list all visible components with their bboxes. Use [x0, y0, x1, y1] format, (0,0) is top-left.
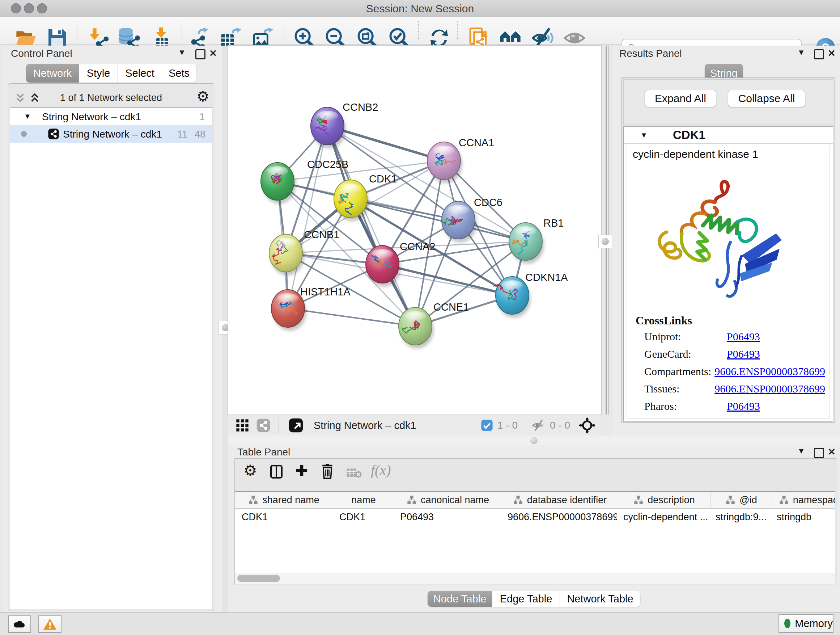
- column-header-name[interactable]: name: [333, 492, 394, 508]
- network-node-ccne1[interactable]: CCNE1: [399, 301, 469, 348]
- delete-table-icon: [346, 467, 362, 478]
- crosslink-row: Uniprot:P06493: [644, 331, 825, 343]
- network-node-cdc6[interactable]: CDC6: [442, 196, 502, 242]
- network-edge[interactable]: [288, 309, 415, 326]
- crosslinks-title: CrossLinks: [636, 314, 692, 327]
- column-label: namespac: [793, 494, 835, 506]
- tab-sets[interactable]: Sets: [162, 64, 196, 82]
- crosslink-link[interactable]: P06493: [727, 331, 760, 343]
- scrollbar-thumb[interactable]: [237, 575, 280, 582]
- right-splitter[interactable]: [606, 46, 607, 415]
- node-label-ccna1: CCNA1: [459, 137, 494, 149]
- network-graph[interactable]: CCNB2CCNA1CDC25BCDK1CDC6RB1CCNB1CCNA2CDK…: [228, 46, 601, 415]
- network-row[interactable]: String Network – cdk1 11 48: [10, 125, 212, 143]
- warning-status-button[interactable]: [38, 616, 62, 633]
- network-node-ccna2[interactable]: CCNA2: [366, 241, 435, 287]
- network-node-ccna1[interactable]: CCNA1: [427, 137, 494, 183]
- node-label-ccne1: CCNE1: [433, 301, 469, 313]
- tab-style[interactable]: Style: [79, 64, 118, 82]
- column-header-description[interactable]: description: [618, 492, 711, 508]
- tab-node-table[interactable]: Node Table: [428, 591, 493, 607]
- cloud-icon: [13, 619, 26, 629]
- cell-description[interactable]: cyclin-dependent ...: [617, 509, 709, 525]
- gene-header-row[interactable]: ▼ CDK1: [624, 127, 833, 144]
- cell-database-identifier[interactable]: 9606.ENSP00000378699: [501, 509, 617, 525]
- crosslink-row: Tissues:9606.ENSP00000378699: [644, 383, 825, 395]
- network-node-rb1[interactable]: RB1: [509, 217, 564, 264]
- float-panel-icon[interactable]: [195, 49, 205, 59]
- collapse-all-button[interactable]: Collapse All: [728, 90, 805, 107]
- crosslink-link[interactable]: 9606.ENSP00000378699: [714, 383, 825, 395]
- selected-checkbox-icon[interactable]: [481, 419, 493, 432]
- network-collection-row[interactable]: ▼ String Network – cdk1 1: [10, 108, 212, 125]
- column-header-canonical-name[interactable]: canonical name: [394, 492, 502, 508]
- table-row[interactable]: CDK1CDK1P064939606.ENSP00000378699cyclin…: [235, 509, 835, 525]
- close-table-icon[interactable]: ✕: [828, 447, 836, 458]
- network-edge-count: 48: [195, 129, 205, 140]
- memory-button[interactable]: Memory: [778, 614, 834, 633]
- columns-icon[interactable]: [270, 464, 283, 479]
- tab-edge-table[interactable]: Edge Table: [493, 591, 560, 607]
- crosslink-link[interactable]: 9606.ENSP00000378699: [714, 365, 825, 378]
- tab-network-table[interactable]: Network Table: [560, 591, 640, 607]
- cell-shared-name[interactable]: CDK1: [235, 509, 333, 525]
- shared-column-icon: [779, 495, 789, 505]
- node-table[interactable]: shared namenamecanonical namedatabase id…: [235, 491, 835, 573]
- shared-column-icon: [248, 495, 258, 505]
- window-title: Session: New Session: [0, 3, 840, 15]
- close-results-icon[interactable]: ✕: [828, 48, 836, 59]
- table-horizontal-scrollbar[interactable]: [235, 573, 835, 584]
- cell-canonical-name[interactable]: P06493: [393, 509, 501, 525]
- column-label: database identifier: [527, 494, 607, 506]
- float-table-icon[interactable]: [814, 448, 824, 458]
- cell-name[interactable]: CDK1: [333, 509, 393, 525]
- float-results-icon[interactable]: [814, 49, 824, 59]
- collapse-panel-icon[interactable]: ▼: [178, 48, 186, 57]
- node-label-rb1: RB1: [543, 217, 564, 229]
- birds-eye-crosshair-icon[interactable]: [579, 417, 595, 434]
- crosslink-label: Compartments:: [644, 365, 714, 378]
- close-panel-icon[interactable]: ✕: [209, 48, 217, 59]
- cell-namespac[interactable]: stringdb: [770, 509, 835, 525]
- detach-view-icon[interactable]: [288, 418, 303, 433]
- network-edge[interactable]: [288, 126, 327, 309]
- network-node-hist1h1a[interactable]: HIST1H1A: [271, 286, 351, 331]
- crosslink-link[interactable]: P06493: [727, 400, 760, 412]
- table-gear-icon[interactable]: ⚙: [243, 462, 257, 479]
- toolbar-separator: [457, 21, 458, 40]
- add-column-icon[interactable]: ✚: [295, 462, 308, 479]
- collapse-table-icon[interactable]: ▼: [797, 447, 805, 456]
- toolbar-separator: [182, 21, 182, 40]
- network-options-gear-icon[interactable]: ⚙: [196, 88, 210, 105]
- column-header--id[interactable]: @id: [711, 492, 772, 508]
- cloud-status-button[interactable]: [8, 616, 31, 633]
- crosslink-row: GeneCard:P06493: [644, 348, 825, 360]
- column-header-database-identifier[interactable]: database identifier: [502, 492, 618, 508]
- column-header-shared-name[interactable]: shared name: [235, 492, 333, 508]
- control-panel: Control Panel ▼ ✕ Network Style Select S…: [3, 46, 222, 612]
- tab-network[interactable]: Network: [26, 64, 79, 82]
- column-label: @id: [739, 494, 757, 506]
- column-header-namespac[interactable]: namespac: [772, 492, 835, 508]
- network-node-ccnb2[interactable]: CCNB2: [311, 101, 378, 149]
- expand-all-button[interactable]: Expand All: [645, 90, 716, 107]
- crosslink-link[interactable]: P06493: [727, 348, 760, 360]
- gene-expander-icon[interactable]: ▼: [640, 131, 647, 139]
- right-splitter-handle[interactable]: [598, 234, 612, 249]
- grid-view-icon[interactable]: [235, 418, 249, 432]
- column-label: description: [647, 494, 695, 506]
- network-view-title: String Network – cdk1: [314, 420, 416, 432]
- collection-expander-icon[interactable]: ▼: [24, 112, 31, 120]
- horizontal-splitter-handle[interactable]: [531, 437, 538, 444]
- network-view-list-icon[interactable]: [256, 418, 271, 432]
- tab-select[interactable]: Select: [118, 64, 162, 82]
- cell--id[interactable]: stringdb:9...: [709, 509, 770, 525]
- network-node-cdkn1a[interactable]: CDKN1A: [493, 272, 568, 318]
- toolbar-separator: [284, 21, 284, 40]
- node-label-cdk1: CDK1: [369, 173, 397, 185]
- delete-column-trash-icon[interactable]: [321, 464, 334, 479]
- crosslink-label: GeneCard:: [644, 348, 727, 360]
- network-node-cdk1[interactable]: CDK1: [334, 173, 397, 221]
- network-view-canvas[interactable]: CCNB2CCNA1CDC25BCDK1CDC6RB1CCNB1CCNA2CDK…: [228, 46, 601, 415]
- collapse-results-icon[interactable]: ▼: [797, 48, 805, 57]
